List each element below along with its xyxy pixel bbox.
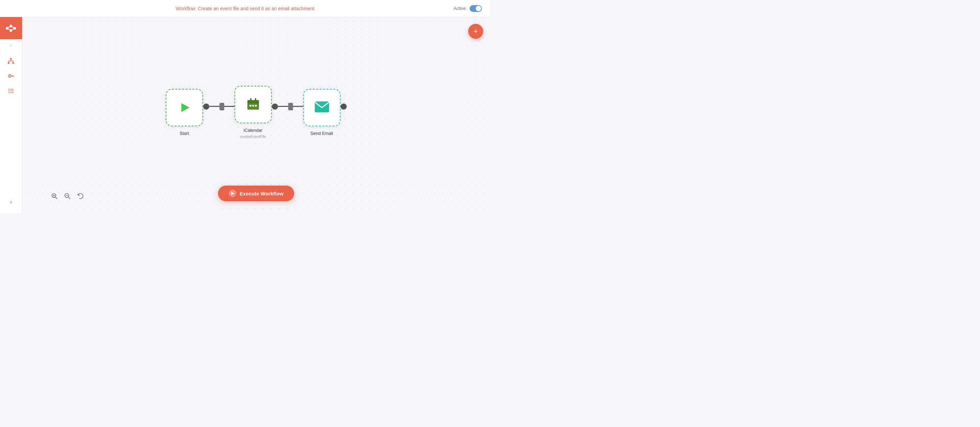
list-icon [8,88,14,94]
execute-btn-wrapper: Execute Workflow [218,186,294,201]
execute-btn-label: Execute Workflow [240,191,283,196]
calendar-icon [245,96,261,113]
add-icon: + [474,27,478,36]
svg-rect-30 [250,98,251,101]
start-icon [176,99,192,115]
conn-rect-1 [220,103,224,110]
execute-play-triangle [231,191,234,196]
svg-line-38 [56,197,57,199]
sidebar: › [0,17,22,214]
node-start: Start [166,89,203,136]
sidebar-nav: ? [3,51,19,214]
sidebar-item-executions[interactable] [3,84,19,98]
reset-zoom-icon [77,193,84,199]
zoom-out-icon [64,193,71,199]
play-icon [177,99,192,115]
conn-dot-1 [203,104,209,110]
execute-workflow-button[interactable]: Execute Workflow [218,186,294,201]
workflow-nodes-container: Start [166,86,347,139]
sidebar-item-network[interactable] [3,54,19,68]
end-connector [340,104,347,110]
zoom-controls [49,191,86,201]
svg-rect-8 [10,58,12,60]
svg-line-42 [68,197,70,199]
help-icon: ? [8,199,14,206]
svg-rect-9 [8,62,10,64]
sidebar-item-help[interactable]: ? [3,196,19,209]
svg-rect-32 [250,105,251,106]
header-right: Active: [453,5,482,12]
zoom-in-icon [51,193,58,199]
node-icalendar-label: iCalendar createEventFile [240,127,266,139]
workflow-title: Create an event file and send it as an e… [198,6,314,11]
sidebar-logo [0,17,22,39]
svg-rect-35 [315,101,329,112]
node-icalendar: iCalendar createEventFile [234,86,272,139]
header-title: Workflow: Create an event file and send … [176,6,314,11]
active-label: Active: [453,6,467,11]
node-start-label: Start [180,130,189,136]
workflow-prefix: Workflow: [176,6,196,11]
add-node-button[interactable]: + [468,24,483,39]
svg-marker-36 [231,192,234,195]
conn-line-1b [224,106,234,107]
node-icalendar-box[interactable] [234,86,272,123]
conn-rect-2 [288,103,293,110]
logo-icon [5,23,16,34]
key-icon [8,73,14,79]
zoom-reset-button[interactable] [75,191,86,201]
conn-line-2b [293,106,303,107]
workflow-canvas: + Start [22,17,490,214]
active-toggle[interactable] [469,5,482,12]
conn-dot-end [340,104,347,110]
node-icalendar-sublabel: createEventFile [240,134,266,139]
svg-rect-31 [255,98,256,101]
svg-point-2 [10,29,12,32]
svg-rect-34 [255,105,257,106]
node-send-email: Send Email [303,89,340,136]
svg-text:?: ? [10,200,12,205]
email-icon [314,100,330,114]
conn-dot-2 [272,104,278,110]
svg-point-1 [10,24,12,27]
svg-point-0 [6,27,8,30]
zoom-in-button[interactable] [49,191,60,201]
connector-2 [272,103,303,110]
node-start-box[interactable] [166,89,203,126]
conn-line-2a [278,106,288,107]
svg-rect-10 [12,62,14,64]
node-send-email-label: Send Email [310,130,333,136]
svg-marker-27 [181,103,189,112]
main-layout: › [0,17,490,214]
svg-point-16 [9,75,10,76]
header: Workflow: Create an event file and send … [0,0,490,17]
zoom-out-button[interactable] [62,191,73,201]
svg-rect-29 [247,100,259,103]
svg-rect-33 [252,105,254,106]
execute-play-icon [229,190,236,197]
node-send-email-box[interactable] [303,89,340,126]
connector-1 [203,103,234,110]
network-icon [8,57,14,64]
conn-line-1a [209,106,220,107]
sidebar-item-credentials[interactable] [3,69,19,83]
sidebar-expand-button[interactable]: › [0,39,22,51]
